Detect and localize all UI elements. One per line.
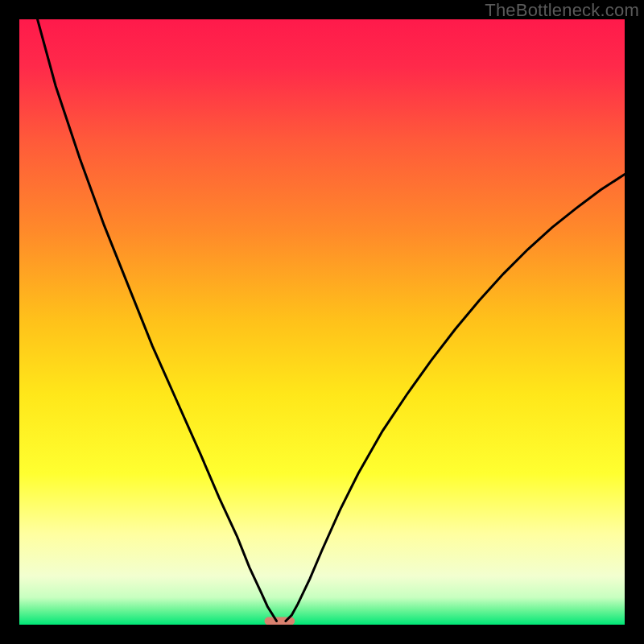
gradient-background (19, 19, 625, 625)
bottleneck-chart (19, 19, 625, 625)
watermark-text: TheBottleneck.com (485, 0, 639, 21)
plot-frame (19, 19, 625, 625)
